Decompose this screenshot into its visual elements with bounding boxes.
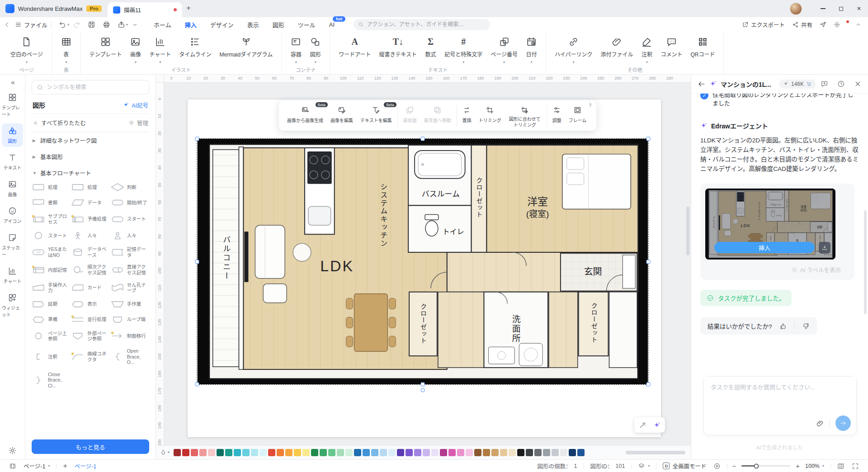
resize-handle[interactable] xyxy=(195,137,199,141)
maximize-button[interactable] xyxy=(832,0,850,17)
ribbon-item-注釈[interactable]: 注釈▾ xyxy=(637,33,656,64)
settings-icon[interactable] xyxy=(834,21,840,28)
ai-symbols-button[interactable]: AI記号 xyxy=(123,101,148,109)
document-tab[interactable]: 描画11 xyxy=(108,2,182,17)
color-swatch[interactable] xyxy=(259,449,267,456)
color-swatch[interactable] xyxy=(174,449,181,456)
ribbon-item-チャート[interactable]: チャート▾ xyxy=(145,33,175,64)
collapse-panel-icon[interactable]: « xyxy=(0,75,25,87)
color-swatch[interactable] xyxy=(500,449,507,456)
color-swatch[interactable] xyxy=(311,449,318,456)
color-swatch[interactable] xyxy=(371,449,378,456)
shape-section-詳細なネットワーク図[interactable]: ▶詳細なネットワーク図 xyxy=(32,132,149,148)
shape-item-Close Brace, Cl...[interactable]: Close Brace, Cl... xyxy=(32,372,70,389)
color-swatch[interactable] xyxy=(251,449,258,456)
shape-item-開始/終了[interactable]: 開始/終了 xyxy=(111,198,149,207)
shape-item-注釈[interactable]: 注釈 xyxy=(32,348,70,365)
toolbar-item-トリミング[interactable]: トリミング xyxy=(475,104,505,128)
shape-item-スタート[interactable]: スタート xyxy=(32,231,70,240)
shape-item-直接アクセス記憶[interactable]: 直接アクセス記憶 xyxy=(111,264,149,275)
rotate-handle[interactable] xyxy=(421,388,425,392)
color-swatch[interactable] xyxy=(448,449,456,456)
download-button[interactable] xyxy=(819,242,830,254)
ai-label-toggle[interactable]: AI ラベルを表示 xyxy=(705,260,854,280)
color-swatch[interactable] xyxy=(217,449,224,456)
new-chat-icon[interactable] xyxy=(821,80,828,88)
history-icon[interactable] xyxy=(837,80,845,88)
ribbon-item-縦書きテキスト[interactable]: T↓縦書きテキスト xyxy=(375,33,421,64)
manage-button[interactable]: 管理 xyxy=(128,118,148,127)
color-swatch[interactable] xyxy=(199,449,207,456)
add-page-button[interactable]: + xyxy=(63,462,67,470)
symbol-search[interactable] xyxy=(32,80,149,94)
ribbon-item-QRコード[interactable]: QRコード xyxy=(686,33,719,64)
color-swatch[interactable] xyxy=(388,449,396,456)
shape-item-判断[interactable]: 判断 xyxy=(111,183,149,192)
shape-item-並行処理[interactable]: 並行処理 xyxy=(71,315,109,324)
insert-button[interactable]: 挿入 xyxy=(714,242,815,253)
color-swatch[interactable] xyxy=(234,449,241,456)
ai-panel-scrollbar[interactable] xyxy=(864,210,867,314)
color-swatch[interactable] xyxy=(328,449,335,456)
shape-item-記憶データ[interactable]: 記憶データ xyxy=(111,246,149,258)
toolbar-item-置換[interactable]: 置換 xyxy=(459,104,475,128)
ribbon-item-ページ番号[interactable]: 1ページ番号▾ xyxy=(486,33,522,64)
shape-item-準備[interactable]: 準備 xyxy=(32,315,70,324)
send-feedback-icon[interactable] xyxy=(820,21,826,28)
ai-assistant-button[interactable] xyxy=(650,419,664,431)
result-thumbnail[interactable]: バルコニー LDK システムキッチン バスルーム トイレ クローゼット 洋室 (… xyxy=(705,189,835,260)
canvas-horizontal-scrollbar[interactable] xyxy=(626,451,685,454)
fit-screen-button[interactable] xyxy=(852,463,859,470)
avatar[interactable] xyxy=(790,3,802,15)
ai-tools-button[interactable] xyxy=(636,419,649,431)
shape-item-YESまたはNO[interactable]: YESYESまたはNO xyxy=(32,246,70,258)
page-selector[interactable]: ページ-1 ▾ xyxy=(24,462,50,470)
zoom-out-button[interactable]: − xyxy=(732,462,736,470)
color-swatch[interactable] xyxy=(526,449,533,456)
toolbar-item-テキストを編集[interactable]: テキストを編集Beta xyxy=(357,104,396,128)
color-swatch[interactable] xyxy=(577,449,585,456)
share-button[interactable]: 共有 xyxy=(792,20,812,29)
resize-handle[interactable] xyxy=(646,382,651,387)
panel-settings-button[interactable] xyxy=(0,446,25,455)
ribbon-item-記号と特殊文字[interactable]: #記号と特殊文字▾ xyxy=(440,33,486,64)
shape-item-処理[interactable]: 処理 xyxy=(32,183,70,192)
color-swatch[interactable] xyxy=(414,449,421,456)
layers-button[interactable]: ▾ xyxy=(638,463,650,470)
shape-item-Open Brace, O...[interactable]: Open Brace, O... xyxy=(111,348,149,365)
presentation-button[interactable] xyxy=(713,463,721,470)
more-shapes-button[interactable]: もっと見る xyxy=(32,439,149,454)
ribbon-item-画像[interactable]: 画像▾ xyxy=(126,33,145,64)
thumbs-up-icon[interactable] xyxy=(779,322,787,330)
zoom-level[interactable]: 100% ▾ xyxy=(805,463,824,469)
selected-floorplan-image[interactable]: バルコニー LDK システムキッチン バスルーム トイレ クローゼット 洋室 (… xyxy=(197,138,649,385)
ribbon-item-図形[interactable]: 図形▾ xyxy=(306,33,325,64)
color-swatch[interactable] xyxy=(560,449,567,456)
redo-icon[interactable] xyxy=(73,21,80,28)
shape-item-データベース[interactable]: データベース xyxy=(71,246,109,258)
shape-item-スタート[interactable]: スタート xyxy=(111,213,149,225)
color-swatch[interactable] xyxy=(363,449,370,456)
menu-tab-デザイン[interactable]: デザイン xyxy=(210,20,234,29)
ribbon-item-添付ファイル[interactable]: 添付ファイル xyxy=(596,33,637,64)
toolbar-item-図形に合わせてトリミング[interactable]: 図形に合わせてトリミング xyxy=(505,104,545,128)
color-swatch[interactable] xyxy=(466,449,473,456)
toolbar-item-調整[interactable]: 調整 xyxy=(549,104,565,128)
color-swatch[interactable] xyxy=(457,449,464,456)
fill-color-button[interactable]: ▾ xyxy=(160,449,170,456)
search-input[interactable] xyxy=(367,21,486,28)
canvas-vertical-scrollbar[interactable] xyxy=(686,207,689,255)
resize-handle[interactable] xyxy=(646,137,651,141)
color-swatch[interactable] xyxy=(225,449,232,456)
shape-item-処理[interactable]: 処理 xyxy=(71,183,109,192)
ribbon-item-ワードアート[interactable]: Aワードアート xyxy=(335,33,375,64)
menu-tab-挿入[interactable]: 挿入 xyxy=(185,20,197,29)
shape-item-外部ページ参照[interactable]: 外部ページ参照 xyxy=(71,330,109,342)
color-swatch[interactable] xyxy=(552,449,559,456)
shape-item-手作業[interactable]: 手作業 xyxy=(111,300,149,309)
ribbon-item-コメント[interactable]: コメント xyxy=(656,33,686,64)
sidebar-item-テンプレート[interactable]: テンプレート xyxy=(2,90,23,120)
ai-input-card[interactable] xyxy=(703,376,857,435)
toolbar-item-画像から画像生成[interactable]: 画像から画像生成Beta xyxy=(283,104,327,128)
attach-icon[interactable] xyxy=(816,419,824,427)
